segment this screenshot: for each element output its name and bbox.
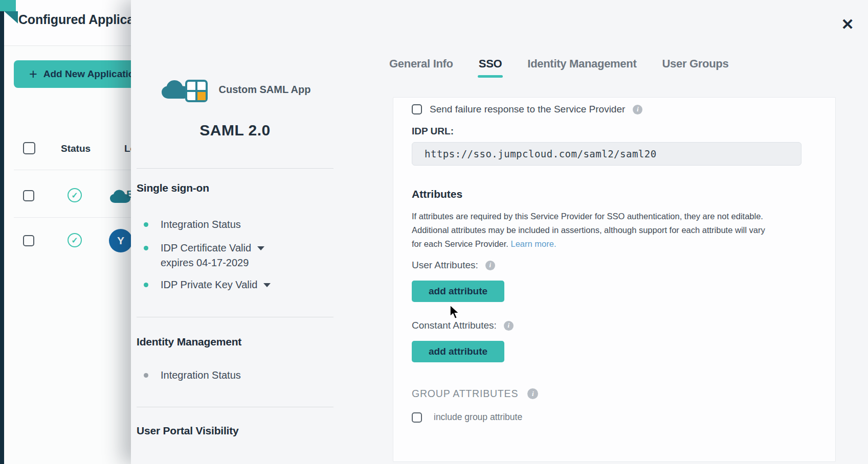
sso-tab-panel: Send failure response to the Service Pro… (393, 97, 836, 462)
divider (137, 317, 333, 317)
info-icon[interactable]: i (504, 321, 514, 331)
info-icon[interactable]: i (485, 261, 495, 270)
tab-general-info[interactable]: General Info (389, 57, 453, 78)
screen: Configured Applications + Add New Applic… (0, 0, 868, 464)
group-attributes-row: GROUP ATTRIBUTES i (412, 388, 817, 400)
select-all-checkbox[interactable] (23, 142, 35, 154)
caret-down-icon[interactable] (257, 246, 264, 250)
app-logo-row: Custom SAML App (137, 75, 333, 104)
send-failure-response-checkbox[interactable] (412, 104, 422, 114)
sidebar-item-idp-certificate: IDP Certificate Valid (137, 242, 333, 254)
idp-url-label: IDP URL: (412, 126, 817, 137)
include-group-attribute-checkbox[interactable] (412, 412, 422, 423)
idp-url-input[interactable] (412, 142, 802, 166)
send-failure-response-row: Send failure response to the Service Pro… (412, 104, 817, 115)
divider (137, 168, 333, 169)
status-dot-icon (144, 373, 148, 378)
close-icon[interactable]: ✕ (836, 14, 859, 35)
plus-icon: + (29, 67, 37, 81)
row-checkbox[interactable] (23, 190, 34, 201)
info-icon[interactable]: i (527, 388, 538, 399)
status-dot-icon (144, 246, 148, 250)
app-status-sidebar: Single sign-on Integration Status IDP Ce… (137, 168, 333, 437)
sidebar-item-integration-status: Integration Status (137, 219, 333, 230)
add-new-application-button[interactable]: + Add New Application (14, 60, 138, 88)
tab-sso[interactable]: SSO (479, 57, 502, 78)
include-group-attribute-row: include group attribute (412, 412, 817, 423)
status-active-icon: ✓ (68, 233, 82, 247)
modal-tab-bar: General Info SSO Identity Management Use… (389, 57, 728, 78)
row-checkbox[interactable] (23, 235, 34, 246)
user-attributes-row: User Attributes: i (412, 260, 817, 271)
divider (137, 407, 333, 407)
protocol-title: SAML 2.0 (137, 122, 333, 139)
add-constant-attribute-button[interactable]: add attribute (412, 341, 504, 362)
app-logo-label: Custom SAML App (219, 84, 311, 96)
attributes-description: If attributes are required by this Servi… (412, 210, 773, 251)
constant-attributes-row: Constant Attributes: i (412, 320, 817, 331)
sidebar-item-idp-private-key: IDP Private Key Valid (137, 279, 333, 291)
status-dot-icon (144, 222, 148, 227)
table-row: ✓ Y (0, 225, 131, 259)
sidebar-section-user-portal-visibility: User Portal Visibility (137, 425, 333, 437)
sidebar-item-im-integration-status: Integration Status (137, 369, 333, 381)
caret-down-icon[interactable] (263, 283, 271, 287)
custom-saml-app-modal: ✕ General Info SSO Identity Management U… (131, 0, 868, 464)
add-user-attribute-button[interactable]: add attribute (412, 281, 504, 302)
column-header-status: Status (61, 143, 91, 154)
tab-identity-management[interactable]: Identity Management (527, 57, 636, 78)
status-dot-icon (144, 283, 148, 287)
table-row: ✓ E (0, 180, 131, 214)
status-active-icon: ✓ (68, 188, 82, 202)
custom-saml-app-logo-icon (160, 75, 214, 104)
tab-user-groups[interactable]: User Groups (662, 57, 728, 78)
info-icon[interactable]: i (633, 105, 642, 114)
brand-ribbon-fold-icon (0, 0, 20, 26)
app-avatar[interactable]: Y (109, 229, 132, 252)
sidebar-section-identity-management: Identity Management (137, 336, 333, 348)
table-header-row: Status Logo (0, 141, 131, 157)
attributes-heading: Attributes (412, 188, 817, 200)
certificate-expiry-note: expires 04-17-2029 (161, 257, 333, 269)
learn-more-link[interactable]: Learn more. (511, 239, 557, 248)
sidebar-section-single-sign-on: Single sign-on (137, 182, 333, 194)
